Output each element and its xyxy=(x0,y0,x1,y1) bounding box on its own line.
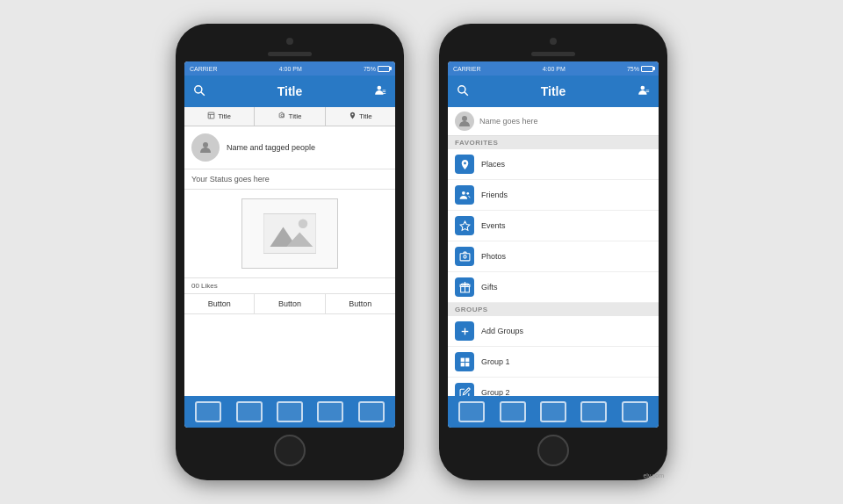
phone-2-group1-icon xyxy=(455,352,474,371)
phone-1-time: 4:00 PM xyxy=(279,66,302,72)
phone-2-menu-item-photos[interactable]: Photos xyxy=(448,241,659,272)
svg-point-2 xyxy=(378,85,382,90)
phone-1-tab-2-icon xyxy=(349,112,357,121)
phone-1-likes: 00 Likes xyxy=(184,277,395,294)
svg-point-12 xyxy=(299,220,308,229)
phone-2-screen: CARRIER 4:00 PM 75% Title xyxy=(448,61,659,428)
phone-2-menu-item-events[interactable]: Events xyxy=(448,211,659,241)
phone-2-bottom-tab-1[interactable] xyxy=(500,401,526,422)
svg-point-7 xyxy=(281,114,284,117)
phone-1-tab-2[interactable]: Title xyxy=(326,107,395,126)
phone-1-bottom-tab-3[interactable] xyxy=(317,401,343,422)
phone-1-bottom-tab-2[interactable] xyxy=(277,401,303,422)
phone-2-search-avatar xyxy=(455,112,474,131)
phone-1-button-2[interactable]: Button xyxy=(326,294,395,313)
phone-1-tab-0-icon xyxy=(207,112,215,121)
phone-2-menu-item-friends[interactable]: Friends xyxy=(448,180,659,211)
phone-1-search-icon[interactable] xyxy=(193,84,205,99)
phone-2-nav-title: Title xyxy=(541,84,566,98)
phone-1-battery-icon xyxy=(378,66,390,72)
phone-2-menu-item-group1[interactable]: Group 1 xyxy=(448,347,659,378)
phone-2-group2-label: Group 2 xyxy=(481,388,510,396)
svg-rect-6 xyxy=(208,112,214,119)
phone-1: CARRIER 4:00 PM 75% Title xyxy=(176,24,404,480)
svg-rect-9 xyxy=(263,214,316,254)
phone-2-events-icon xyxy=(455,216,474,235)
scene: CARRIER 4:00 PM 75% Title xyxy=(0,0,843,504)
phone-2-bottom-tab-2[interactable] xyxy=(540,401,566,422)
phone-2-friends-label: Friends xyxy=(481,191,508,199)
phone-1-tab-2-label: Title xyxy=(359,112,372,120)
svg-rect-5 xyxy=(382,92,385,93)
phone-2-home-button[interactable] xyxy=(537,435,569,466)
svg-rect-29 xyxy=(460,357,464,361)
phone-2-add-groups-label: Add Groups xyxy=(481,327,523,335)
phone-1-home-button[interactable] xyxy=(274,435,306,466)
phone-2-section-header-1: GROUPS xyxy=(448,303,659,316)
phone-2-events-label: Events xyxy=(481,221,506,230)
phone-1-tab-1-label: Title xyxy=(289,112,302,120)
phone-2-nav-bar: Title xyxy=(448,76,659,107)
phone-1-nav-title: Title xyxy=(277,84,303,98)
svg-point-18 xyxy=(462,116,467,121)
phone-2-search-input[interactable] xyxy=(479,117,652,126)
phone-1-nav-bar: Title xyxy=(184,76,395,107)
phone-1-button-0[interactable]: Button xyxy=(184,294,255,313)
phone-2-bottom-tab-3[interactable] xyxy=(580,401,607,422)
phone-1-content: Name and tagged people Your Status goes … xyxy=(184,126,395,396)
phone-1-person-menu-icon[interactable] xyxy=(374,84,386,99)
svg-point-20 xyxy=(466,191,469,194)
phone-1-tab-bar: Title Title Title xyxy=(184,107,395,126)
svg-rect-32 xyxy=(465,363,469,366)
phone-2-menu-item-group2[interactable]: Group 2 xyxy=(448,378,659,396)
svg-rect-17 xyxy=(645,91,649,92)
phone-1-tab-0[interactable]: Title xyxy=(184,107,255,126)
phone-2-content: FAVORITES Places Friends xyxy=(448,136,659,396)
phone-2-search-icon[interactable] xyxy=(457,84,469,99)
phone-2-bottom-tab-0[interactable] xyxy=(458,401,485,422)
svg-point-15 xyxy=(641,85,645,90)
phone-1-status-bar: CARRIER 4:00 PM 75% xyxy=(184,61,395,76)
phone-2-menu-item-gifts[interactable]: Gifts xyxy=(448,272,659,303)
phone-1-screen: CARRIER 4:00 PM 75% Title xyxy=(184,61,395,428)
phone-1-status-text: Your Status goes here xyxy=(184,169,395,190)
phone-1-speaker xyxy=(268,52,312,56)
phone-1-avatar xyxy=(191,133,220,162)
phone-2-person-menu-icon[interactable] xyxy=(638,84,650,99)
phone-2-camera xyxy=(550,38,557,45)
phone-1-bottom-tab xyxy=(184,396,395,428)
phone-2-menu-item-places[interactable]: Places xyxy=(448,149,659,180)
svg-line-14 xyxy=(465,91,468,95)
svg-rect-31 xyxy=(460,363,464,366)
svg-rect-4 xyxy=(382,91,385,92)
svg-rect-3 xyxy=(382,90,385,90)
phone-1-post-header: Name and tagged people xyxy=(184,126,395,169)
phone-2-menu-item-add-groups[interactable]: Add Groups xyxy=(448,316,659,347)
phone-2-status-bar: CARRIER 4:00 PM 75% xyxy=(448,61,659,76)
phone-2-gifts-label: Gifts xyxy=(481,283,498,292)
phone-2-carrier: CARRIER xyxy=(453,66,481,72)
phone-2-add-groups-icon xyxy=(455,321,474,341)
svg-point-8 xyxy=(203,142,208,148)
phone-2-bottom-tab-4[interactable] xyxy=(622,401,648,422)
phone-1-button-1[interactable]: Button xyxy=(255,294,325,313)
phone-1-camera xyxy=(286,38,293,45)
phone-1-bottom-tab-1[interactable] xyxy=(236,401,263,422)
phone-1-action-buttons: Button Button Button xyxy=(184,294,395,314)
phone-2-group1-label: Group 1 xyxy=(481,357,510,366)
phone-2-group2-icon xyxy=(455,383,474,396)
phone-1-bottom-tab-0[interactable] xyxy=(195,401,221,422)
phone-1-battery-area: 75% xyxy=(364,66,390,72)
phone-2-gifts-icon xyxy=(455,277,474,297)
phone-2-friends-icon xyxy=(455,185,474,205)
phone-2-bottom-tab xyxy=(448,396,659,428)
phone-1-tab-1[interactable]: Title xyxy=(255,107,325,126)
phone-2-battery-pct: 75% xyxy=(627,66,639,72)
phone-1-image-placeholder xyxy=(241,198,338,269)
phone-2-places-icon xyxy=(455,155,474,174)
phone-1-carrier: CARRIER xyxy=(190,66,218,72)
phone-1-bottom-tab-4[interactable] xyxy=(358,401,385,422)
svg-line-1 xyxy=(201,91,205,95)
svg-rect-30 xyxy=(465,357,469,361)
svg-point-23 xyxy=(463,255,465,257)
